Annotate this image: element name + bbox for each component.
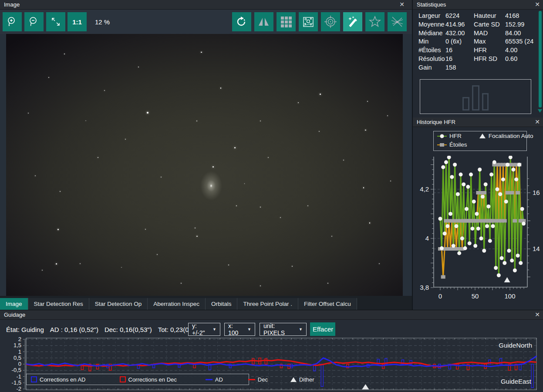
stat-label: Hauteur — [474, 12, 505, 19]
star-point — [320, 94, 321, 95]
stat-value: 4.00 — [505, 47, 540, 54]
star-detect-button[interactable] — [365, 12, 384, 31]
star-point — [298, 102, 299, 104]
x-scale-dropdown[interactable]: x: 100 ▼ — [224, 323, 255, 336]
statistics-panel: Statistiques ✕ Largeur6224Hauteur4168Moy… — [413, 0, 543, 117]
corrections-ra-marker-icon — [31, 376, 37, 382]
stat-label: Min — [418, 38, 445, 45]
rotate-icon — [235, 15, 248, 28]
stat-value: 4168 — [505, 12, 540, 19]
y-scale-dropdown[interactable]: y: +/-2" ▼ — [188, 323, 220, 336]
star-point — [181, 283, 182, 284]
star-point — [138, 67, 139, 67]
tab-aberration-inspec[interactable]: Aberration Inspec — [148, 298, 206, 310]
star-point — [196, 121, 197, 121]
corrections-ra-label: Corrections en AD — [40, 376, 86, 383]
stat-row: Gain158 — [413, 64, 543, 73]
hfr-history-panel: Historique HFR ✕ HFR Focalisation Auto É… — [413, 117, 543, 310]
flip-horizontal-button[interactable] — [254, 12, 273, 31]
dither-marker-icon — [290, 377, 297, 382]
guiding-panel: Guidage ✕ État: Guiding AD : 0,16 (0,52"… — [0, 310, 543, 392]
scrollbar-down-arrow[interactable] — [538, 109, 542, 113]
fit-to-screen-button[interactable] — [46, 12, 65, 31]
star-point — [387, 115, 388, 116]
plate-solve-annotate-button[interactable] — [299, 12, 318, 31]
zoom-out-button[interactable] — [24, 12, 44, 31]
star-point — [363, 187, 364, 188]
astro-image-view[interactable] — [6, 34, 403, 296]
svg-text:1,5: 1,5 — [13, 342, 21, 348]
star-point — [60, 191, 61, 192]
star-point — [236, 205, 237, 206]
one-to-one-label: 1:1 — [72, 18, 82, 26]
one-to-one-button[interactable]: 1:1 — [67, 12, 87, 31]
zoom-in-button[interactable] — [3, 12, 22, 31]
star-point — [220, 87, 222, 89]
zoom-out-icon — [28, 16, 40, 28]
star-point — [147, 112, 148, 114]
hfr-legend-label: HFR — [449, 133, 462, 139]
tab-star-detection-res[interactable]: Star Detection Res — [28, 298, 89, 310]
guiding-titlebar: Guidage ✕ — [0, 310, 543, 320]
histogram-bar-icon — [472, 85, 479, 111]
star-point — [42, 270, 43, 271]
star-point — [157, 254, 158, 255]
star-point — [280, 217, 281, 218]
tab-three-point-polar-[interactable]: Three Point Polar . — [237, 298, 298, 310]
hfr-history-chart[interactable]: 4,243,81614050100 — [413, 156, 543, 310]
hfr-legend: HFR Focalisation Auto Étoiles — [433, 131, 527, 151]
crosshair-button[interactable] — [321, 12, 340, 31]
svg-text:0,5: 0,5 — [13, 355, 21, 361]
stat-row: Largeur6224Hauteur4168 — [413, 12, 543, 21]
close-icon[interactable]: ✕ — [533, 1, 541, 8]
hfr-title: Historique HFR — [417, 119, 455, 125]
star-point — [212, 166, 214, 168]
scrollbar-thumb[interactable] — [539, 11, 542, 107]
star-point — [268, 157, 269, 158]
star-point — [234, 147, 236, 148]
crosshair-icon — [324, 15, 337, 28]
star-point — [319, 131, 320, 132]
svg-text:-2: -2 — [16, 385, 21, 392]
tab-image[interactable]: Image — [0, 298, 28, 310]
guiding-legend: Corrections en AD Corrections en Dec AD … — [26, 374, 249, 385]
star-spikes-button[interactable] — [388, 12, 407, 31]
image-panel: Image ✕ — [0, 0, 412, 310]
stat-label: Résolution — [418, 55, 445, 62]
unit-value: unit: PIXELS — [263, 322, 295, 336]
close-icon[interactable]: ✕ — [533, 311, 541, 318]
statistics-titlebar: Statistiques ✕ — [413, 0, 543, 10]
tab-orbitals[interactable]: Orbitals — [206, 298, 238, 310]
stat-label: Carte SD — [474, 21, 505, 28]
close-icon[interactable]: ✕ — [398, 1, 406, 8]
clear-button[interactable]: Effacer — [310, 322, 335, 336]
chevron-down-icon: ▼ — [299, 327, 303, 332]
zoom-in-icon — [6, 16, 18, 28]
app-window: { "image_panel": { "title": "Image", "cl… — [0, 0, 543, 392]
stat-label: Gain — [418, 64, 445, 71]
flip-horizontal-icon — [257, 15, 270, 28]
star-point — [56, 263, 57, 265]
image-toolbar: 1:1 12 % — [0, 10, 412, 34]
rotate-button[interactable] — [232, 12, 251, 31]
stat-value: 6224 — [445, 12, 473, 19]
autofocus-marker-icon — [479, 133, 486, 139]
star-point — [145, 229, 146, 230]
guide-ra-error: AD : 0,16 (0,52") — [50, 326, 98, 333]
unit-dropdown[interactable]: unit: PIXELS ▼ — [260, 323, 307, 336]
auto-stretch-wand-button[interactable] — [343, 12, 362, 31]
auto-stretch-wand-icon — [346, 15, 359, 28]
grid-button[interactable] — [277, 12, 296, 31]
galaxy-object — [197, 167, 225, 204]
stat-row: Résolution16HFR SD0.60 — [413, 55, 543, 64]
star-point — [292, 266, 293, 267]
tab-filter-offset-calcu[interactable]: Filter Offset Calcu — [298, 298, 357, 310]
star-point — [161, 177, 162, 178]
star-point — [307, 205, 308, 206]
tab-star-detection-op[interactable]: Star Detection Op — [89, 298, 148, 310]
star-point — [260, 207, 261, 208]
guide-dec-error: Dec: 0,16(0,53") — [105, 326, 152, 333]
star-point — [64, 54, 65, 54]
stat-row: Min0 (6x)Max65535 (24 — [413, 38, 543, 47]
close-icon[interactable]: ✕ — [533, 118, 541, 125]
